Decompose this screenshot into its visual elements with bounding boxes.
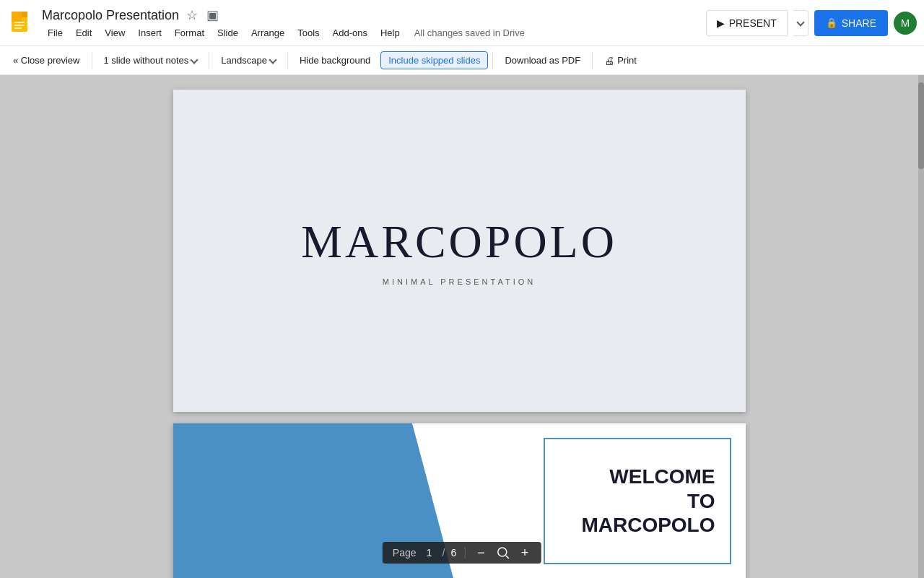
page-controls-divider <box>465 547 466 558</box>
page-number-input[interactable]: 1 <box>422 547 436 558</box>
toolbar-divider-4 <box>492 52 493 69</box>
share-button[interactable]: 🔒 SHARE <box>814 10 888 36</box>
print-preview-toolbar: « Close preview 1 slide without notes La… <box>0 46 924 75</box>
welcome-line3: MARCOPOLO <box>581 514 715 536</box>
close-preview-button[interactable]: « Close preview <box>6 52 87 69</box>
chevron-down-icon-2 <box>269 56 276 64</box>
page-label: Page <box>393 547 417 558</box>
toolbar-divider-5 <box>592 52 593 69</box>
folder-icon: ▣ <box>206 7 219 23</box>
menu-insert[interactable]: Insert <box>132 26 167 40</box>
scrollbar-thumb[interactable] <box>918 82 924 169</box>
toolbar-divider-1 <box>92 52 92 69</box>
zoom-icon <box>497 546 510 559</box>
toolbar-divider-2 <box>209 52 209 69</box>
welcome-line1: WELCOME <box>609 465 715 488</box>
slide-2-welcome-text: WELCOME TO MARCOPOLO <box>559 465 715 538</box>
hide-background-button[interactable]: Hide background <box>292 52 378 69</box>
include-skipped-button[interactable]: Include skipped slides <box>380 51 488 69</box>
slide-notes-label: 1 slide without notes <box>104 55 189 66</box>
page-controls: Page 1 / 6 − + <box>383 542 541 564</box>
svg-rect-6 <box>14 27 22 29</box>
menu-edit[interactable]: Edit <box>70 26 97 40</box>
slides-area[interactable]: MARCOPOLO MINIMAL PRESENTATION WELCOME T… <box>0 75 918 578</box>
chevron-down-icon <box>191 56 199 64</box>
present-dropdown-button[interactable] <box>793 10 808 36</box>
main-area: MARCOPOLO MINIMAL PRESENTATION WELCOME T… <box>0 75 924 578</box>
svg-point-7 <box>498 548 507 556</box>
zoom-in-button[interactable]: + <box>518 546 532 559</box>
save-status: All changes saved in Drive <box>414 27 525 38</box>
toolbar-divider-3 <box>287 52 288 69</box>
present-button[interactable]: ▶ PRESENT <box>706 10 788 36</box>
chevron-down-icon <box>796 18 804 26</box>
menu-view[interactable]: View <box>99 26 131 40</box>
orientation-label: Landscape <box>221 55 267 66</box>
welcome-line2: TO <box>687 490 715 512</box>
folder-button[interactable]: ▣ <box>205 6 220 25</box>
slide-1: MARCOPOLO MINIMAL PRESENTATION <box>173 90 746 412</box>
print-label: Print <box>617 55 637 66</box>
slide-notes-button[interactable]: 1 slide without notes <box>97 52 205 69</box>
page-total: 6 <box>450 547 456 558</box>
document-title: Marcopolo Presentation <box>42 8 179 23</box>
menu-slide[interactable]: Slide <box>212 26 244 40</box>
star-icon: ☆ <box>186 7 198 23</box>
scrollbar[interactable] <box>918 75 924 578</box>
avatar[interactable]: M <box>894 12 917 35</box>
share-label: SHARE <box>842 17 876 29</box>
svg-rect-4 <box>14 22 25 23</box>
title-area: Marcopolo Presentation ☆ ▣ File Edit Vie… <box>42 6 706 40</box>
present-icon: ▶ <box>717 17 725 29</box>
download-pdf-button[interactable]: Download as PDF <box>497 52 588 69</box>
slide-1-title: MARCOPOLO <box>301 215 617 269</box>
orientation-button[interactable]: Landscape <box>214 52 283 69</box>
menu-tools[interactable]: Tools <box>292 26 325 40</box>
slide-1-subtitle: MINIMAL PRESENTATION <box>383 277 536 286</box>
svg-line-8 <box>506 556 509 558</box>
page-separator: / <box>442 547 445 558</box>
print-icon: 🖨 <box>604 55 614 66</box>
slide-1-container: MARCOPOLO MINIMAL PRESENTATION <box>173 90 746 412</box>
menu-arrange[interactable]: Arrange <box>245 26 290 40</box>
menu-bar: File Edit View Insert Format Slide Arran… <box>42 26 706 40</box>
svg-rect-1 <box>12 12 22 22</box>
zoom-reset-button[interactable] <box>494 546 513 559</box>
menu-help[interactable]: Help <box>375 26 406 40</box>
print-button[interactable]: 🖨 Print <box>597 52 644 69</box>
menu-file[interactable]: File <box>42 26 69 40</box>
present-label: PRESENT <box>729 17 777 29</box>
top-bar: Marcopolo Presentation ☆ ▣ File Edit Vie… <box>0 0 924 46</box>
menu-format[interactable]: Format <box>169 26 210 40</box>
menu-addons[interactable]: Add-ons <box>327 26 373 40</box>
right-controls: ▶ PRESENT 🔒 SHARE M <box>706 10 917 36</box>
zoom-out-button[interactable]: − <box>474 546 488 559</box>
app-icon <box>7 9 36 38</box>
svg-rect-3 <box>22 12 27 17</box>
svg-rect-5 <box>14 25 25 26</box>
avatar-initial: M <box>901 17 910 29</box>
lock-icon: 🔒 <box>826 17 837 28</box>
slide-2-text-box: WELCOME TO MARCOPOLO <box>544 438 731 564</box>
star-button[interactable]: ☆ <box>185 6 199 25</box>
